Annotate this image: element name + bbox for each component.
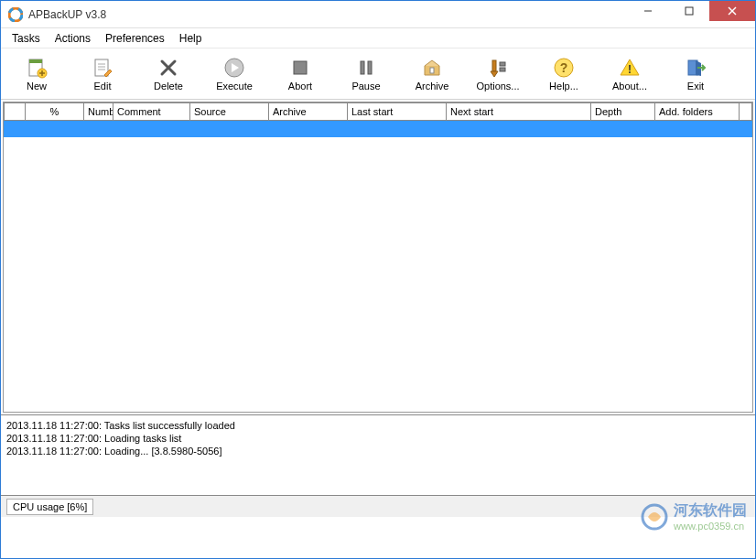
exit-button[interactable]: Exit: [669, 55, 722, 93]
log-line: 2013.11.18 11:27:00: Loading tasks list: [6, 432, 750, 445]
col-source[interactable]: Source: [190, 102, 269, 121]
col-depth[interactable]: Depth: [591, 102, 655, 121]
menu-tasks[interactable]: Tasks: [5, 30, 48, 47]
watermark-url: www.pc0359.cn: [674, 521, 747, 532]
pause-button[interactable]: Pause: [340, 55, 393, 93]
log-line: 2013.11.18 11:27:00: Tasks list successf…: [6, 419, 750, 432]
archive-icon: [421, 57, 443, 79]
app-icon: [8, 7, 23, 22]
help-button[interactable]: ? Help...: [537, 55, 590, 93]
pause-label: Pause: [351, 81, 380, 91]
svg-rect-19: [361, 61, 364, 74]
log-line: 2013.11.18 11:27:00: Loading... [3.8.598…: [6, 445, 750, 457]
svg-rect-20: [368, 61, 372, 74]
svg-rect-21: [430, 68, 434, 73]
statusbar: CPU usage [6%]: [1, 495, 755, 517]
execute-button[interactable]: Execute: [208, 55, 261, 93]
about-button[interactable]: ! About...: [603, 55, 656, 93]
toolbar: New Edit Delete Execute Abort Pause Arch…: [1, 48, 755, 100]
about-icon: !: [619, 57, 641, 79]
maximize-button[interactable]: [668, 1, 709, 21]
options-icon: [487, 57, 509, 79]
menu-help[interactable]: Help: [172, 30, 210, 47]
exit-label: Exit: [687, 81, 704, 91]
help-label: Help...: [549, 81, 578, 91]
options-button[interactable]: Options...: [471, 55, 524, 93]
archive-label: Archive: [416, 81, 449, 91]
menubar: Tasks Actions Preferences Help: [1, 28, 755, 48]
svg-rect-3: [686, 7, 693, 15]
col-archive[interactable]: Archive: [269, 102, 348, 121]
col-add-folders[interactable]: Add. folders: [655, 102, 740, 121]
window-title: APBackUP v3.8: [28, 8, 627, 21]
col-comment[interactable]: Comment: [113, 102, 190, 121]
execute-label: Execute: [216, 81, 253, 91]
table-header: % Numb Comment Source Archive Last start…: [4, 102, 752, 121]
col-blank[interactable]: [4, 102, 26, 121]
delete-button[interactable]: Delete: [142, 55, 195, 93]
new-icon: [26, 57, 48, 79]
execute-icon: [223, 57, 245, 79]
col-next-start[interactable]: Next start: [447, 102, 591, 121]
table-row[interactable]: [4, 121, 752, 137]
status-cpu: CPU usage [6%]: [6, 499, 93, 515]
edit-icon: [92, 57, 113, 79]
task-table: % Numb Comment Source Archive Last start…: [3, 102, 753, 413]
titlebar: APBackUP v3.8: [1, 1, 755, 28]
about-label: About...: [612, 81, 647, 91]
edit-label: Edit: [94, 81, 112, 91]
new-label: New: [27, 81, 47, 91]
col-tail[interactable]: [740, 102, 752, 121]
col-number[interactable]: Numb: [84, 102, 113, 121]
menu-preferences[interactable]: Preferences: [98, 30, 172, 47]
abort-label: Abort: [288, 81, 312, 91]
help-icon: ?: [553, 57, 575, 79]
exit-icon: [685, 57, 707, 79]
delete-label: Delete: [154, 81, 183, 91]
close-button[interactable]: [709, 1, 755, 21]
col-last-start[interactable]: Last start: [348, 102, 447, 121]
svg-text:!: !: [628, 63, 632, 76]
log-panel[interactable]: 2013.11.18 11:27:00: Tasks list successf…: [1, 414, 755, 495]
menu-actions[interactable]: Actions: [48, 30, 98, 47]
svg-rect-7: [29, 59, 42, 63]
svg-rect-24: [500, 68, 505, 71]
table-body[interactable]: [4, 121, 752, 412]
svg-rect-22: [492, 60, 496, 71]
options-label: Options...: [476, 81, 519, 91]
abort-icon: [289, 57, 311, 79]
svg-rect-18: [294, 61, 307, 74]
svg-text:?: ?: [560, 60, 568, 75]
window-controls: [627, 1, 755, 27]
svg-point-1: [9, 8, 22, 21]
edit-button[interactable]: Edit: [76, 55, 129, 93]
archive-button[interactable]: Archive: [405, 55, 459, 93]
svg-rect-23: [500, 62, 505, 66]
abort-button[interactable]: Abort: [274, 55, 327, 93]
minimize-button[interactable]: [627, 1, 668, 21]
new-button[interactable]: New: [10, 55, 63, 93]
pause-icon: [355, 57, 377, 79]
col-percent[interactable]: %: [26, 102, 84, 121]
delete-icon: [157, 57, 179, 79]
